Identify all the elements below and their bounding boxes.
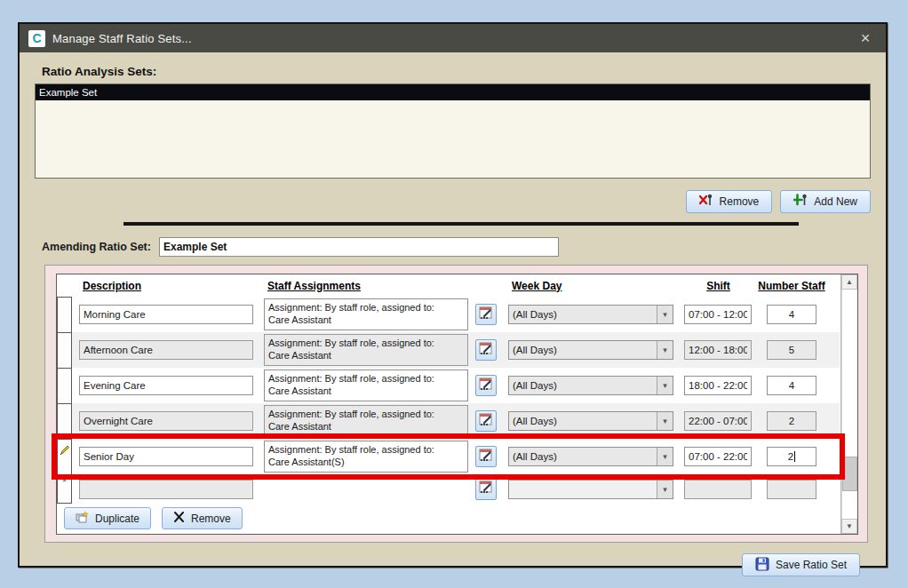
- scroll-down-icon[interactable]: ▼: [841, 519, 857, 534]
- week-day-dropdown[interactable]: (All Days) ▾: [508, 411, 673, 431]
- col-header-description: Description: [74, 280, 259, 292]
- number-staff-field[interactable]: [767, 480, 816, 499]
- table-row-new: * ▾: [57, 474, 840, 504]
- description-field[interactable]: [79, 447, 253, 466]
- ratio-grid: Description Staff Assignments Week Day S…: [56, 274, 858, 535]
- shift-field[interactable]: [684, 447, 752, 466]
- shift-field[interactable]: [684, 305, 752, 324]
- ratio-grid-panel: Description Staff Assignments Week Day S…: [44, 265, 868, 543]
- chevron-down-icon[interactable]: ▾: [657, 341, 673, 359]
- week-day-dropdown[interactable]: (All Days) ▾: [508, 447, 673, 466]
- description-field[interactable]: [79, 411, 253, 431]
- assignment-wizard-icon: [479, 481, 493, 497]
- week-day-dropdown[interactable]: ▾: [508, 480, 673, 499]
- save-ratio-set-button[interactable]: Save Ratio Set: [742, 553, 860, 576]
- remove-set-label: Remove: [720, 195, 760, 208]
- amending-ratio-set-row: Amending Ratio Set:: [35, 237, 871, 257]
- col-header-staff-assignments: Staff Assignments: [259, 280, 474, 292]
- chevron-down-icon[interactable]: ▾: [657, 412, 673, 430]
- chevron-down-icon[interactable]: ▾: [657, 481, 673, 498]
- row-selector[interactable]: [57, 368, 72, 403]
- assignment-wizard-icon: [479, 413, 493, 430]
- save-disk-icon: [755, 557, 769, 574]
- remove-set-button[interactable]: Remove: [686, 190, 773, 213]
- scrollbar-thumb[interactable]: [842, 457, 857, 491]
- edit-assignment-button[interactable]: [475, 339, 497, 361]
- number-staff-field[interactable]: [767, 411, 816, 431]
- list-item-example-set[interactable]: Example Set: [36, 84, 870, 100]
- vertical-scrollbar[interactable]: ▲ ▼: [840, 274, 857, 534]
- edit-assignment-button[interactable]: [475, 304, 497, 325]
- edit-assignment-button[interactable]: [475, 479, 497, 500]
- remove-x-pin-icon: [699, 194, 713, 210]
- description-field[interactable]: [79, 305, 253, 324]
- title-bar: C Manage Staff Ratio Sets... ×: [20, 24, 886, 52]
- ratio-sets-listbox[interactable]: Example Set: [35, 83, 871, 179]
- table-row-afternoon-care: Assignment: By staff role, assigned to: …: [57, 332, 840, 368]
- row-selector[interactable]: [57, 403, 72, 439]
- app-icon: C: [28, 30, 45, 47]
- number-staff-field[interactable]: [767, 376, 816, 395]
- duplicate-icon: [76, 511, 89, 526]
- remove-row-button[interactable]: Remove: [162, 507, 243, 529]
- scroll-up-icon[interactable]: ▲: [841, 274, 857, 290]
- assignment-wizard-icon: [479, 342, 493, 359]
- chevron-down-icon[interactable]: ▾: [657, 306, 673, 323]
- row-selector[interactable]: [57, 332, 72, 368]
- description-field[interactable]: [79, 480, 253, 499]
- amending-ratio-set-input[interactable]: [159, 237, 559, 257]
- amending-ratio-set-label: Amending Ratio Set:: [42, 241, 159, 253]
- staff-assignment-field[interactable]: Assignment: By staff role, assigned to: …: [264, 405, 468, 437]
- staff-assignment-field[interactable]: Assignment: By staff role, assigned to: …: [264, 334, 468, 366]
- scrollbar-track[interactable]: [841, 290, 857, 519]
- table-row-overnight-care: Assignment: By staff role, assigned to: …: [57, 403, 840, 439]
- assignment-wizard-icon: [479, 377, 493, 394]
- number-staff-field[interactable]: [767, 305, 816, 324]
- edit-assignment-button[interactable]: [475, 410, 497, 432]
- new-row-marker: *: [62, 478, 67, 487]
- col-header-number-staff: Number Staff: [758, 280, 825, 292]
- description-field[interactable]: [79, 376, 253, 395]
- number-staff-field[interactable]: [767, 340, 816, 360]
- week-day-dropdown[interactable]: (All Days) ▾: [508, 305, 673, 324]
- chevron-down-icon[interactable]: ▾: [657, 448, 673, 465]
- remove-x-icon: [173, 512, 185, 525]
- add-new-set-button[interactable]: Add New: [780, 190, 871, 213]
- close-icon[interactable]: ×: [854, 25, 877, 52]
- row-selector[interactable]: [57, 297, 72, 332]
- edit-assignment-button[interactable]: [475, 446, 497, 467]
- staff-assignment-field[interactable]: Assignment: By staff role, assigned to: …: [264, 441, 468, 473]
- duplicate-label: Duplicate: [95, 513, 139, 525]
- section-divider: [123, 222, 799, 226]
- number-staff-field-editing[interactable]: 2: [767, 447, 816, 466]
- shift-field[interactable]: [684, 376, 752, 395]
- grid-header-row: Description Staff Assignments Week Day S…: [57, 274, 840, 297]
- table-row-senior-day: Assignment: By staff role, assigned to: …: [57, 439, 840, 474]
- add-plus-pin-icon: [793, 194, 808, 210]
- shift-field[interactable]: [684, 480, 752, 499]
- row-selector-editing[interactable]: [57, 439, 72, 474]
- duplicate-row-button[interactable]: Duplicate: [64, 507, 151, 529]
- save-ratio-set-label: Save Ratio Set: [776, 559, 847, 571]
- manage-staff-ratio-sets-dialog: C Manage Staff Ratio Sets... × Ratio Ana…: [18, 22, 888, 568]
- edit-assignment-button[interactable]: [475, 375, 497, 396]
- shift-field[interactable]: [684, 340, 752, 360]
- assignment-wizard-icon: [479, 449, 493, 465]
- table-row-evening-care: Assignment: By staff role, assigned to: …: [57, 368, 840, 403]
- add-new-set-label: Add New: [814, 195, 857, 208]
- row-selector-new[interactable]: *: [57, 474, 72, 504]
- window-title: Manage Staff Ratio Sets...: [52, 32, 192, 45]
- dialog-body: Ratio Analysis Sets: Example Set Remove: [20, 52, 886, 585]
- chevron-down-icon[interactable]: ▾: [657, 377, 673, 394]
- assignment-wizard-icon: [479, 306, 493, 323]
- staff-assignment-field[interactable]: Assignment: By staff role, assigned to: …: [264, 369, 468, 401]
- description-field[interactable]: [79, 340, 253, 360]
- col-header-shift: Shift: [679, 280, 758, 292]
- week-day-dropdown[interactable]: (All Days) ▾: [508, 340, 673, 360]
- week-day-dropdown[interactable]: (All Days) ▾: [508, 376, 673, 395]
- dialog-footer: Save Ratio Set: [35, 553, 871, 576]
- table-row-morning-care: Assignment: By staff role, assigned to: …: [57, 297, 840, 332]
- pencil-edit-icon: [60, 443, 69, 459]
- shift-field[interactable]: [684, 411, 752, 431]
- staff-assignment-field[interactable]: Assignment: By staff role, assigned to: …: [264, 298, 468, 330]
